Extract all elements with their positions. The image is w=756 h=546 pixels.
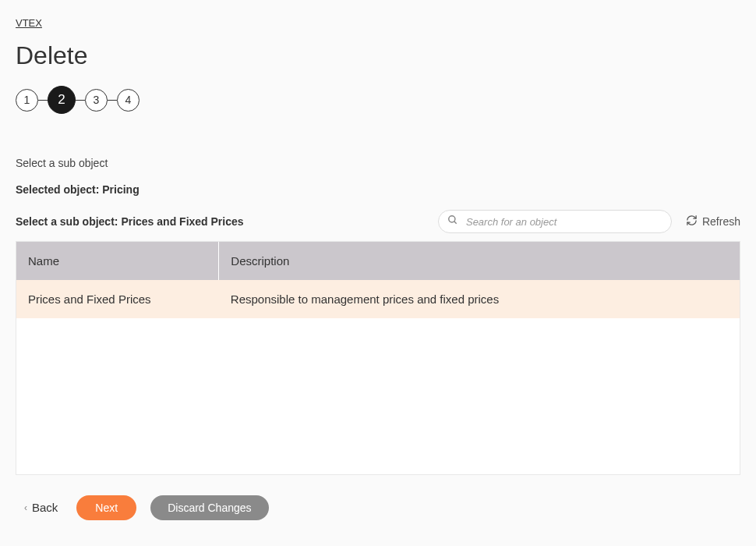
selected-object-label: Selected object: xyxy=(16,183,99,196)
table-row[interactable]: Prices and Fixed Prices Responsible to m… xyxy=(16,280,740,318)
stepper: 1 2 3 4 xyxy=(16,86,740,114)
table-cell-description: Responsible to management prices and fix… xyxy=(219,280,740,318)
sub-object-value: Prices and Fixed Prices xyxy=(121,215,243,228)
refresh-icon xyxy=(686,214,698,229)
back-label: Back xyxy=(32,501,58,514)
table-container: Name Description Prices and Fixed Prices… xyxy=(16,241,740,475)
next-button[interactable]: Next xyxy=(76,495,136,520)
step-2[interactable]: 2 xyxy=(48,86,76,114)
footer-actions: ‹ Back Next Discard Changes xyxy=(16,495,740,520)
sub-object-line: Select a sub object: Prices and Fixed Pr… xyxy=(16,215,244,228)
search-box xyxy=(438,210,672,233)
selected-object-value: Pricing xyxy=(102,183,139,196)
refresh-button[interactable]: Refresh xyxy=(686,214,740,229)
step-connector xyxy=(76,100,85,101)
search-input[interactable] xyxy=(438,210,672,233)
instruction-text: Select a sub object xyxy=(16,157,740,169)
step-4[interactable]: 4 xyxy=(117,89,140,112)
discard-button[interactable]: Discard Changes xyxy=(150,495,268,520)
step-connector xyxy=(38,100,48,101)
back-button[interactable]: ‹ Back xyxy=(19,495,62,520)
page-title: Delete xyxy=(16,41,740,70)
table-cell-name: Prices and Fixed Prices xyxy=(16,280,219,318)
step-connector xyxy=(108,100,117,101)
step-3[interactable]: 3 xyxy=(85,89,108,112)
sub-object-label: Select a sub object: xyxy=(16,215,118,228)
selected-object-line: Selected object: Pricing xyxy=(16,183,740,196)
breadcrumb-link[interactable]: VTEX xyxy=(16,17,42,29)
table-header-name: Name xyxy=(16,242,219,280)
objects-table: Name Description Prices and Fixed Prices… xyxy=(16,242,740,318)
table-header-description: Description xyxy=(219,242,740,280)
refresh-label: Refresh xyxy=(702,215,740,228)
step-1[interactable]: 1 xyxy=(16,89,38,112)
chevron-left-icon: ‹ xyxy=(24,502,27,513)
